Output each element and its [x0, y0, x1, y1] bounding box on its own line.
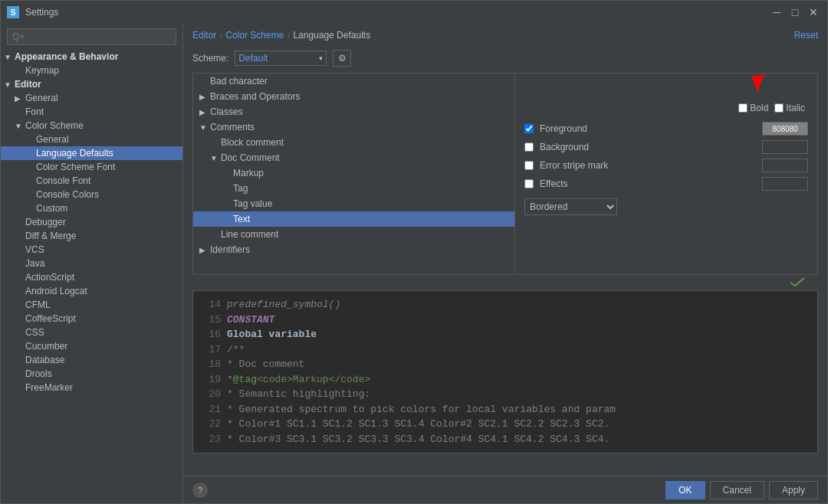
code-content: * Color#1 SC1.1 SC1.2 SC1.3 SC1.4 Color#… — [227, 417, 610, 432]
main-panel: Editor › Color Scheme › Language Default… — [183, 24, 827, 503]
scheme-tree-identifiers[interactable]: ▶ Identifiers — [193, 242, 514, 257]
foreground-color-box[interactable]: 808080 — [762, 122, 808, 136]
sidebar-item-debugger[interactable]: Debugger — [1, 215, 182, 229]
error-stripe-row: Error stripe mark — [521, 156, 811, 175]
code-content: * Semantic highlighting: — [227, 387, 370, 402]
sidebar-item-general[interactable]: ▶ General — [1, 91, 182, 105]
ok-button[interactable]: OK — [665, 481, 705, 499]
background-checkbox[interactable] — [524, 142, 534, 152]
expand-icon: ▶ — [199, 108, 210, 116]
sidebar-item-label: General — [25, 93, 179, 103]
sidebar-item-color-scheme-general[interactable]: General — [1, 133, 182, 146]
scheme-gear-button[interactable]: ⚙ — [333, 50, 351, 67]
line-number: 15 — [199, 313, 221, 328]
sidebar-item-cfml[interactable]: CFML — [1, 298, 182, 312]
bottom-bar: ? OK Cancel Apply — [183, 476, 827, 503]
scheme-tree-tag-value[interactable]: Tag value — [193, 196, 514, 211]
sidebar-item-database[interactable]: Database — [1, 353, 182, 367]
sidebar-item-cucumber[interactable]: Cucumber — [1, 339, 182, 353]
window-controls: ─ □ ✕ — [769, 5, 821, 20]
effects-type-select[interactable]: Bordered Underscored Bold underscored Un… — [524, 198, 617, 215]
bold-checkbox-label[interactable]: Bold — [738, 103, 768, 113]
effects-color-box[interactable] — [762, 177, 808, 191]
error-stripe-color-box[interactable] — [762, 159, 808, 172]
scheme-select-wrapper: Default Darcula High contrast — [235, 51, 327, 66]
help-button[interactable]: ? — [192, 483, 208, 498]
breadcrumb-sep2: › — [287, 30, 290, 41]
scheme-tree-bad-char[interactable]: Bad character — [193, 74, 514, 89]
sidebar-item-vcs[interactable]: VCS — [1, 243, 182, 257]
breadcrumb-bar: Editor › Color Scheme › Language Default… — [183, 24, 827, 47]
title-bar: S Settings ─ □ ✕ — [1, 1, 827, 24]
effects-row: Effects — [521, 175, 811, 193]
sidebar-item-console-font[interactable]: Console Font — [1, 174, 182, 188]
scheme-tree-text[interactable]: Text — [193, 211, 514, 227]
close-button[interactable]: ✕ — [806, 5, 821, 20]
editor-area: Bad character ▶ Braces and Operators ▶ C… — [192, 73, 818, 275]
error-stripe-checkbox[interactable] — [524, 161, 534, 170]
foreground-checkbox[interactable] — [524, 124, 534, 133]
bold-checkbox[interactable] — [738, 103, 748, 113]
effects-checkbox[interactable] — [524, 179, 534, 188]
scheme-tree-tag[interactable]: Tag — [193, 181, 514, 196]
sidebar-item-label: Color Scheme — [25, 120, 179, 131]
line-number: 17 — [199, 342, 221, 358]
italic-checkbox[interactable] — [774, 103, 784, 113]
sidebar-item-drools[interactable]: Drools — [1, 367, 182, 381]
preview-line-22: 22 * Color#1 SC1.1 SC1.2 SC1.3 SC1.4 Col… — [199, 417, 811, 432]
cancel-button[interactable]: Cancel — [710, 481, 764, 499]
scheme-tree-block-comment[interactable]: Block comment — [193, 135, 514, 150]
breadcrumb-sep1: › — [219, 30, 222, 41]
code-content: * Doc comment — [227, 357, 304, 372]
breadcrumb-editor[interactable]: Editor — [192, 30, 216, 41]
sidebar-item-label: Custom — [36, 203, 179, 214]
line-number: 16 — [199, 327, 221, 342]
sidebar-item-appearance-behavior[interactable]: ▼ Appearance & Behavior — [1, 50, 182, 64]
scheme-tree-braces[interactable]: ▶ Braces and Operators — [193, 89, 514, 104]
scheme-tree-comments[interactable]: ▼ Comments — [193, 119, 514, 135]
scheme-tree-line-comment[interactable]: Line comment — [193, 227, 514, 242]
sidebar-item-coffeescript[interactable]: CoffeeScript — [1, 312, 182, 326]
bold-label: Bold — [750, 103, 768, 113]
preview-line-19: 19 * @tag <code>Markup</code> — [199, 372, 811, 388]
maximize-button[interactable]: □ — [787, 5, 803, 20]
scheme-tree-classes[interactable]: ▶ Classes — [193, 104, 514, 119]
reset-button[interactable]: Reset — [794, 30, 818, 41]
sidebar-item-keymap[interactable]: Keymap — [1, 64, 182, 77]
apply-button[interactable]: Apply — [769, 481, 818, 499]
sidebar-item-color-scheme-font[interactable]: Color Scheme Font — [1, 160, 182, 174]
sidebar-item-language-defaults[interactable]: Language Defaults — [1, 146, 182, 160]
sidebar-item-java[interactable]: Java — [1, 257, 182, 270]
sidebar-item-freemarker[interactable]: FreeMarker — [1, 381, 182, 394]
sidebar-item-custom[interactable]: Custom — [1, 201, 182, 215]
scheme-tree-doc-comment[interactable]: ▼ Doc Comment — [193, 150, 514, 165]
search-input[interactable] — [7, 28, 176, 45]
foreground-value: 808080 — [772, 125, 797, 133]
sidebar-item-label: Editor — [15, 79, 179, 90]
scheme-tree-markup[interactable]: Markup — [193, 165, 514, 181]
breadcrumb-color-scheme[interactable]: Color Scheme — [225, 30, 284, 41]
scheme-select[interactable]: Default Darcula High contrast — [235, 51, 327, 66]
minimize-button[interactable]: ─ — [769, 5, 784, 20]
sidebar-item-label: Language Defaults — [36, 148, 179, 159]
background-color-box[interactable] — [762, 140, 808, 154]
search-box — [1, 24, 182, 50]
foreground-row: Foreground 808080 — [521, 119, 811, 138]
sidebar-item-editor[interactable]: ▼ Editor — [1, 77, 182, 91]
expand-arrow: ▼ — [15, 122, 25, 130]
expand-arrow: ▼ — [4, 53, 15, 61]
scheme-tree: Bad character ▶ Braces and Operators ▶ C… — [193, 74, 515, 274]
sidebar-item-label: Color Scheme Font — [36, 162, 179, 172]
item-label: Text — [233, 214, 250, 224]
sidebar-item-android-logcat[interactable]: Android Logcat — [1, 284, 182, 298]
sidebar-item-css[interactable]: CSS — [1, 326, 182, 339]
window-title: Settings — [25, 7, 763, 18]
sidebar-item-color-scheme[interactable]: ▼ Color Scheme — [1, 119, 182, 133]
sidebar-item-diff-merge[interactable]: Diff & Merge — [1, 229, 182, 243]
item-label: Identifiers — [210, 244, 250, 255]
sidebar-item-actionscript[interactable]: ActionScript — [1, 270, 182, 284]
sidebar-item-font[interactable]: Font — [1, 105, 182, 119]
italic-checkbox-label[interactable]: Italic — [774, 103, 805, 113]
sidebar-tree: ▼ Appearance & Behavior Keymap ▼ Editor … — [1, 50, 182, 503]
sidebar-item-console-colors[interactable]: Console Colors — [1, 188, 182, 201]
